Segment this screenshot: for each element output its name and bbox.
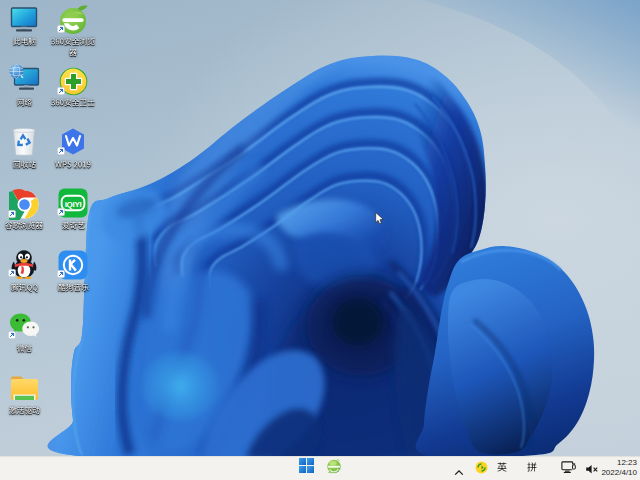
svg-text:iQIYI: iQIYI xyxy=(65,200,82,209)
